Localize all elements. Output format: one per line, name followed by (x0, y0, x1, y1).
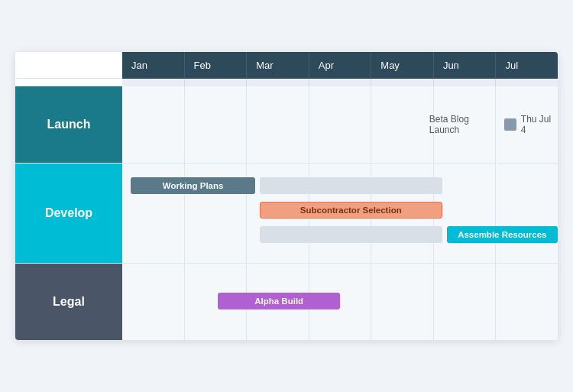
col-dividers-legal (122, 264, 558, 340)
month-header-feb: Feb (185, 52, 248, 79)
section-content-develop: Working PlansSubcontractor SelectionAsse… (122, 164, 558, 263)
month-header-apr: Apr (309, 52, 372, 79)
marker-label-beta-blog-launch: Beta Blog Launch (429, 114, 500, 135)
bar-subcontractor-selection: Subcontractor Selection (260, 202, 442, 219)
month-header-jul: Jul (496, 52, 558, 79)
month-sub-jul (496, 79, 558, 86)
month-header-jun: Jun (434, 52, 497, 79)
month-sub-jun (434, 79, 497, 86)
section-label-legal: Legal (15, 264, 122, 340)
section-row-develop: DevelopWorking PlansSubcontractor Select… (15, 164, 558, 264)
month-sub-jan (122, 79, 185, 86)
gantt-body: JanFebMarAprMayJunJul LaunchBeta Blog La… (15, 52, 558, 340)
marker-beta-blog-launch: Beta Blog LaunchThu Jul 4 (429, 114, 558, 135)
bar-gray-bar-bottom (260, 226, 442, 243)
month-sub-mar (247, 79, 309, 86)
bar-working-plans: Working Plans (131, 177, 254, 194)
marker-square-beta-blog-launch (504, 118, 516, 131)
header-label-spacer (15, 52, 122, 79)
bar-gray-bar-top (260, 177, 442, 194)
bar-alpha-build: Alpha Build (218, 293, 340, 309)
month-sub-may (371, 79, 434, 86)
month-header-jan: Jan (122, 52, 185, 79)
months-header: JanFebMarAprMayJunJul (122, 52, 558, 79)
section-content-launch: Beta Blog LaunchThu Jul 4 (122, 86, 558, 163)
section-row-launch: LaunchBeta Blog LaunchThu Jul 4 (15, 86, 558, 164)
months-sub (122, 79, 558, 86)
section-row-legal: LegalAlpha Build (15, 264, 558, 340)
subheader-spacer (15, 79, 122, 86)
section-label-launch: Launch (15, 86, 122, 163)
sections-container: LaunchBeta Blog LaunchThu Jul 4DevelopWo… (15, 86, 558, 340)
marker-date-beta-blog-launch: Thu Jul 4 (521, 114, 558, 135)
subheader-row (15, 79, 558, 86)
month-sub-feb (185, 79, 248, 86)
months-header-row: JanFebMarAprMayJunJul (15, 52, 558, 79)
month-header-mar: Mar (247, 52, 309, 79)
section-label-develop: Develop (15, 164, 122, 263)
month-header-may: May (371, 52, 434, 79)
gantt-chart: JanFebMarAprMayJunJul LaunchBeta Blog La… (15, 52, 558, 340)
month-sub-apr (309, 79, 372, 86)
section-content-legal: Alpha Build (122, 264, 558, 340)
bar-assemble-resources: Assemble Resources (447, 226, 558, 243)
